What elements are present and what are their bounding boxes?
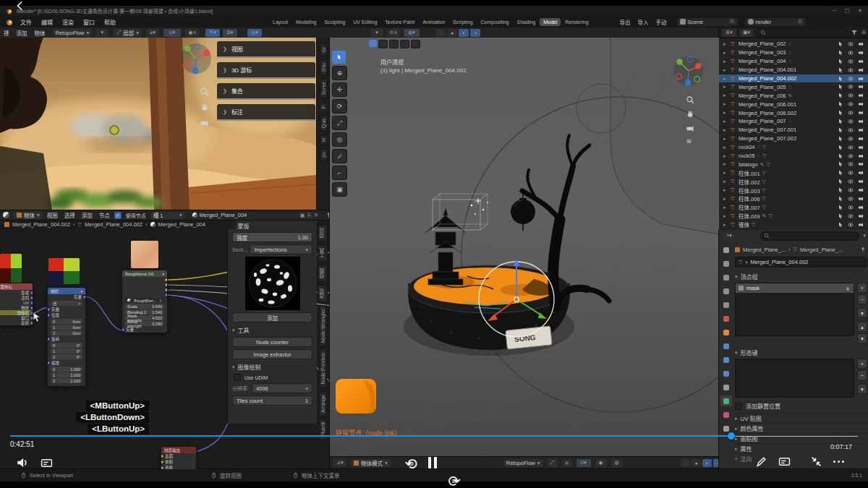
object-name[interactable]: 柱体.006 [739, 194, 760, 202]
properties-tab[interactable] [720, 423, 732, 434]
zoom-icon[interactable] [200, 87, 209, 96]
filter-funnel-icon[interactable] [851, 29, 858, 36]
camera-view-icon[interactable] [686, 124, 694, 133]
outliner-row[interactable]: ▸ ▽ rock05 ∴▽ [719, 152, 868, 160]
value-field[interactable]: 10cm [51, 325, 82, 330]
outliner-row[interactable]: ▸ ▽ 柱体.006 ▽ [719, 194, 868, 203]
add-imperfection-button[interactable]: 添加 [232, 312, 312, 322]
object-name[interactable]: 柱体.007 [739, 203, 760, 211]
selectable-cursor-icon[interactable] [838, 84, 843, 90]
hide-eye-icon[interactable] [848, 145, 854, 150]
camera-render-visibility-icon[interactable] [858, 145, 864, 150]
expand-arrow-icon[interactable]: ▸ [723, 153, 731, 159]
selectable-cursor-icon[interactable] [838, 50, 843, 56]
sidebar-tab[interactable]: H [320, 134, 328, 145]
expand-arrow-icon[interactable]: ▸ [723, 205, 731, 210]
node-sidebar-tab[interactable]: 工具 [318, 244, 328, 262]
resolution-dropdown[interactable]: 4096▾ [252, 383, 312, 393]
workspace-tab[interactable]: UV Editing [349, 18, 380, 26]
camera-render-visibility-icon[interactable] [858, 127, 864, 133]
normals-header[interactable]: ▾法向 [735, 453, 867, 463]
shape-keys-header[interactable]: ▾形态键 [735, 348, 867, 357]
object-name[interactable]: Merged_Plane_004.001 [739, 67, 796, 73]
cursor-tool[interactable]: ⊕ [332, 66, 347, 80]
hide-eye-icon[interactable] [848, 50, 854, 56]
properties-tab[interactable] [720, 395, 732, 406]
hide-eye-icon[interactable] [848, 222, 854, 228]
camera-render-visibility-icon[interactable] [858, 153, 864, 159]
selectable-cursor-icon[interactable] [838, 76, 843, 82]
camera-render-visibility-icon[interactable] [858, 161, 864, 167]
outliner-row[interactable]: ▸ ▽ Merged_Plane_002 ∴ [719, 40, 868, 48]
shape-keys-list[interactable] [735, 359, 854, 398]
section-header[interactable]: ▸UV 贴图 [735, 413, 867, 423]
object-name[interactable]: Merged_Plane_007 [739, 118, 786, 124]
camera-render-visibility-icon[interactable] [858, 119, 864, 124]
addon-button[interactable]: 手动 [656, 18, 667, 26]
rest-position-checkbox[interactable] [735, 403, 742, 410]
vertex-groups-header[interactable]: ▾顶点组 [735, 272, 867, 281]
tool-button[interactable]: Image extractor [232, 349, 312, 359]
node-group-datablock[interactable]: RoughBlen...F [125, 298, 164, 303]
material-slot-selector[interactable]: 槽 1▾ [150, 212, 185, 219]
shader-mode-selector[interactable]: 物体▾ [14, 212, 43, 219]
node-header[interactable]: 材质输出 [161, 447, 196, 453]
roughblend-group-node[interactable]: Roughblend OG▾ RoughBlen...F Scale0.540B… [122, 270, 168, 333]
transform-orientation[interactable]: ⤢ 局部▾ [114, 29, 142, 37]
node-header[interactable]: 映射▾ [48, 288, 85, 294]
sidebar-tab[interactable]: Qua [320, 115, 328, 132]
value-field[interactable]: 00° [51, 343, 82, 348]
hide-eye-icon[interactable] [848, 187, 854, 193]
hide-eye-icon[interactable] [848, 179, 854, 184]
workspace-tab[interactable]: Shading [513, 18, 539, 26]
node-menu-item[interactable]: 节点 [99, 211, 110, 219]
properties-tab[interactable] [720, 327, 732, 338]
expand-arrow-icon[interactable]: ▸ [723, 196, 731, 202]
camera-render-visibility-icon[interactable] [858, 101, 864, 107]
minimize-button[interactable]: ─ [833, 8, 836, 14]
material-shading-icon[interactable]: ◐ [702, 459, 712, 467]
outliner-row[interactable]: ▸ ▽ Merged_Plane_004.002 [719, 74, 868, 83]
workspace-tab[interactable]: Compositing [477, 18, 513, 26]
outliner-row[interactable]: ▸ ▽ Merged_Plane_007.001 [719, 126, 868, 134]
expand-arrow-icon[interactable]: ▸ [723, 84, 731, 90]
udim-checkbox[interactable] [234, 374, 241, 381]
selectable-cursor-icon[interactable] [838, 205, 843, 210]
camera-render-visibility-icon[interactable] [858, 170, 864, 176]
node-sidebar-tab[interactable]: 选项 [318, 285, 328, 302]
expand-arrow-icon[interactable]: ▸ [723, 213, 731, 219]
navigation-gizmo[interactable] [673, 55, 705, 87]
add-primitive-tool[interactable]: ▣ [332, 182, 347, 197]
hide-eye-icon[interactable] [848, 93, 854, 98]
add-group-button[interactable]: + [857, 283, 867, 293]
outliner-row[interactable]: ▸ ▽ Merged_Plane_007 ∴ [719, 117, 868, 126]
expand-arrow-icon[interactable]: ▸ [723, 127, 731, 133]
select-mode-icon[interactable] [411, 40, 420, 48]
object-name[interactable]: 柱体.001 [739, 169, 760, 177]
value-field[interactable]: 20cm [51, 330, 82, 335]
snap-magnet-icon[interactable]: U▾ [163, 29, 181, 37]
proportional-edit-icon[interactable]: ◉∧ [185, 29, 200, 37]
node-sidebar-tab[interactable]: 项目 [318, 224, 328, 241]
object-name[interactable]: rock04 [739, 144, 755, 150]
outliner-row[interactable]: ▸ ▽ Merged_Plane_006.002 [719, 108, 868, 117]
perspective-switch-icon[interactable]: ⊞ [686, 138, 692, 145]
camera-render-visibility-icon[interactable] [858, 110, 864, 116]
node-menu-item[interactable]: 视图 [47, 211, 58, 219]
camera-render-visibility-icon[interactable] [858, 84, 864, 90]
properties-search-input[interactable] [760, 231, 859, 241]
outliner-row[interactable]: ▸ ▽ 柱体.007 ▽ [719, 203, 868, 212]
workspace-tab[interactable]: Scripting [449, 18, 476, 26]
selectable-cursor-icon[interactable] [838, 93, 843, 98]
outliner-new-collection-icon[interactable]: ⊞ [861, 30, 866, 35]
camera-render-visibility-icon[interactable] [858, 136, 864, 142]
select-mode-active-icon[interactable] [369, 40, 377, 47]
hide-eye-icon[interactable] [848, 76, 854, 82]
outliner-row[interactable]: ▸ ▽ Merged_Plane_004.001 [719, 66, 868, 74]
value-field[interactable]: 10° [51, 348, 82, 354]
overlays-icon[interactable]: ◍▾ [404, 29, 420, 37]
maximize-button[interactable]: ▢ [845, 8, 850, 14]
selectable-cursor-icon[interactable] [838, 145, 843, 150]
breadcrumb-data[interactable]: Merged_Plane_004.002 [85, 221, 142, 228]
sidebar-tab[interactable]: F [320, 102, 328, 112]
